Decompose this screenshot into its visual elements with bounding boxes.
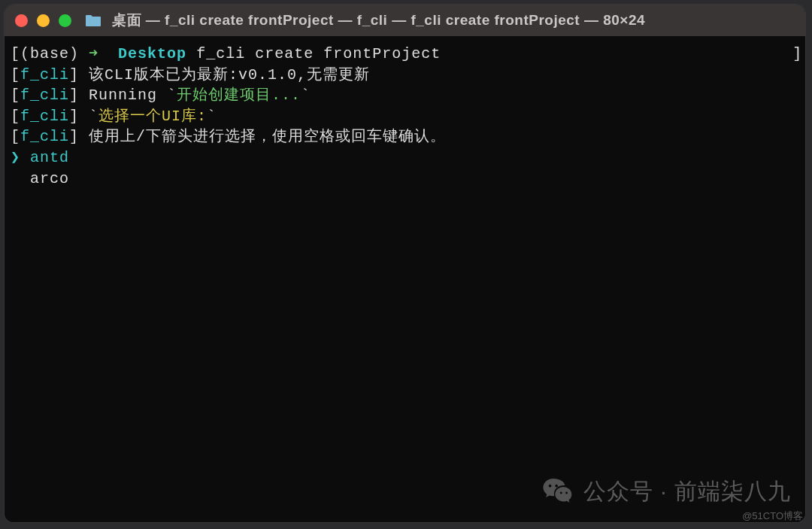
credit-text: @51CTO博客	[742, 509, 803, 523]
caret-icon: ❯	[11, 149, 30, 166]
prompt-line: [(base) ➜ Desktop f_cli create frontProj…	[11, 44, 799, 65]
output-line: [f_cli] 使用上/下箭头进行选择，使用空格或回车键确认。	[11, 126, 799, 147]
instruction-text: 使用上/下箭头进行选择，使用空格或回车键确认。	[79, 128, 446, 145]
running-action: 开始创建项目...	[177, 87, 301, 104]
command-text: f_cli create frontProject	[196, 45, 441, 62]
bracket-close: ]	[792, 45, 802, 62]
option-arco: arco	[30, 170, 69, 187]
close-icon[interactable]	[15, 14, 28, 27]
maximize-icon[interactable]	[59, 14, 71, 27]
option-antd: antd	[30, 149, 69, 166]
output-line: [f_cli] Running `开始创建项目...`	[11, 85, 799, 106]
ui-lib-prompt: 选择一个UI库:	[98, 108, 207, 125]
bracket-open: [	[11, 45, 20, 62]
conda-env: (base)	[20, 45, 79, 62]
cli-tag: f_cli	[20, 128, 69, 145]
version-message: 该CLI版本已为最新:v0.1.0,无需更新	[79, 66, 370, 84]
selector-option[interactable]: arco	[11, 169, 799, 190]
cli-tag: f_cli	[20, 66, 69, 84]
selector-option-selected[interactable]: ❯ antd	[11, 147, 799, 169]
minimize-icon[interactable]	[37, 14, 50, 27]
cli-tag: f_cli	[20, 108, 69, 125]
terminal-window: 桌面 — f_cli create frontProject — f_cli —…	[5, 5, 805, 522]
prompt-arrow: ➜	[89, 45, 98, 62]
folder-icon	[85, 14, 102, 27]
cli-tag: f_cli	[20, 87, 69, 104]
titlebar[interactable]: 桌面 — f_cli create frontProject — f_cli —…	[5, 5, 805, 36]
prompt-location: Desktop	[118, 45, 186, 62]
terminal-output[interactable]: [(base) ➜ Desktop f_cli create frontProj…	[5, 36, 805, 522]
window-title: 桌面 — f_cli create frontProject — f_cli —…	[112, 11, 795, 30]
output-line: [f_cli] 该CLI版本已为最新:v0.1.0,无需更新	[11, 65, 799, 86]
output-line: [f_cli] `选择一个UI库:`	[11, 106, 799, 127]
window-controls	[15, 14, 71, 27]
